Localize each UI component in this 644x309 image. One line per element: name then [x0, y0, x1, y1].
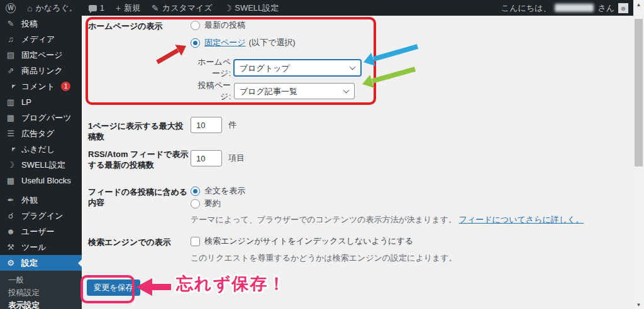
topbar-comments[interactable]: 1 [83, 0, 110, 16]
sidebar-label: ユーザー [21, 226, 55, 237]
rss-items-input[interactable] [191, 150, 222, 166]
sidebar-label: SWELL設定 [21, 160, 65, 171]
sidebar-label: Useful Blocks [21, 176, 71, 185]
sidebar-item-pages[interactable]: ▤ 固定ページ [0, 47, 82, 63]
avatar: ☻ [618, 3, 628, 13]
rss-items-field: 項目 [191, 150, 245, 166]
radio-latest-posts[interactable]: 最新の投稿 [191, 19, 245, 31]
product-link-icon: ⇗ [5, 66, 16, 75]
static-page-link[interactable]: 固定ページ [204, 37, 246, 48]
ad-tag-icon: ☰ [5, 129, 16, 138]
sidebar-label: 設定 [21, 258, 38, 269]
new-content-menu[interactable]: + 新規 [110, 0, 146, 16]
site-name-menu[interactable]: ⌂ かなろぐ。 [21, 0, 83, 16]
radio-full-text-control[interactable] [191, 187, 200, 196]
settings-submenu: 一般 投稿設定 表示設定 [0, 271, 82, 309]
sidebar-label: 固定ページ [21, 50, 63, 61]
radio-full-text-label: 全文を表示 [204, 185, 245, 197]
admin-sidebar: ✎ 投稿 ♫ メディア ▤ 固定ページ ⇗ 商品リンク コメント 1 ▥ LP … [0, 16, 82, 309]
scrollbar-thumb[interactable] [635, 19, 643, 166]
plus-icon: + [116, 4, 121, 13]
sidebar-item-blog-parts[interactable]: ▦ ブログパーツ [0, 110, 82, 126]
posts-per-page-input[interactable] [191, 117, 222, 133]
feed-content-description: テーマによって、ブラウザーでのコンテンツの表示方法が決まります。 フィードについ… [191, 214, 584, 225]
sidebar-item-plugins[interactable]: ☌ プラグイン [0, 208, 82, 224]
submenu-item-writing[interactable]: 投稿設定 [0, 286, 82, 299]
save-changes-button[interactable]: 変更を保存 [87, 279, 140, 296]
admin-topbar: W ⌂ かなろぐ。 1 + 新規 ✎ カスタマイズ ☽ SWELL設定 こんにち… [0, 0, 633, 16]
posts-page-select-label: 投稿ページ: [191, 80, 231, 102]
sidebar-item-tools[interactable]: ⚒ ツール [0, 239, 82, 255]
swell-menu-icon: ☽ [5, 160, 16, 170]
feed-learn-more-link[interactable]: フィードについてさらに詳しく。 [459, 215, 584, 224]
sidebar-item-swell-settings[interactable]: ☽ SWELL設定 [0, 157, 82, 173]
customize-label: カスタマイズ [162, 3, 213, 14]
greeting-suffix: さん [597, 3, 614, 14]
homepage-select-row: ホームページ: ブログトップ [191, 57, 361, 79]
wordpress-menu[interactable]: W [0, 0, 21, 16]
sidebar-label: 外観 [21, 195, 38, 206]
radio-summary[interactable]: 要約 [191, 198, 221, 209]
sidebar-item-comments[interactable]: コメント 1 [0, 79, 82, 94]
sidebar-item-lp[interactable]: ▥ LP [0, 94, 82, 110]
users-icon: ☻ [5, 227, 16, 236]
tools-icon: ⚒ [5, 242, 16, 252]
search-visibility-label: 検索エンジンでの表示 [88, 237, 191, 247]
media-icon: ♫ [5, 35, 16, 44]
comment-count: 1 [100, 3, 104, 13]
site-name: かなろぐ。 [35, 3, 77, 14]
wordpress-admin-page: W ⌂ かなろぐ。 1 + 新規 ✎ カスタマイズ ☽ SWELL設定 こんにち… [0, 0, 644, 309]
posts-page-select-wrap: ブログ記事一覧 [234, 83, 355, 99]
sidebar-item-media[interactable]: ♫ メディア [0, 31, 82, 47]
blog-parts-icon: ▦ [5, 113, 16, 122]
scroll-up-arrow[interactable]: ▲ [633, 0, 644, 9]
search-visibility-description: このリクエストを尊重するかどうかは検索エンジンの設定によります。 [191, 252, 457, 264]
radio-latest-posts-control[interactable] [191, 21, 200, 30]
homepage-select-wrap: ブログトップ [234, 60, 361, 76]
sidebar-label: 投稿 [21, 18, 38, 30]
swell-label: SWELL設定 [235, 3, 279, 14]
sidebar-item-posts[interactable]: ✎ 投稿 [0, 16, 82, 31]
discourage-indexing-checkbox[interactable] [191, 237, 200, 246]
rss-items-unit: 項目 [228, 153, 245, 164]
posts-per-page-label: 1ページに表示する最大投稿数 [88, 121, 191, 142]
appearance-icon: ✒ [5, 195, 16, 205]
pages-icon: ▤ [5, 50, 16, 60]
radio-summary-control[interactable] [191, 199, 200, 209]
comment-icon [89, 5, 97, 11]
sidebar-item-speech-bubble[interactable]: ふきだし [0, 141, 82, 157]
swell-icon: ☽ [224, 4, 232, 13]
homepage-display-label: ホームページの表示 [88, 21, 191, 31]
scroll-down-arrow[interactable]: ▼ [633, 300, 644, 309]
customize-menu[interactable]: ✎ カスタマイズ [146, 0, 218, 16]
posts-page-select-row: 投稿ページ: ブログ記事一覧 [191, 80, 355, 102]
sidebar-item-appearance[interactable]: ✒ 外観 [0, 192, 82, 208]
submenu-item-general[interactable]: 一般 [0, 274, 82, 286]
sidebar-item-users[interactable]: ☻ ユーザー [0, 224, 82, 239]
sidebar-item-useful-blocks[interactable]: ▩ Useful Blocks [0, 173, 82, 188]
sidebar-item-settings[interactable]: ⚙ 設定 [0, 255, 82, 271]
submenu-item-reading[interactable]: 表示設定 [0, 299, 82, 309]
sidebar-label: LP [21, 97, 31, 107]
sidebar-label: ブログパーツ [21, 112, 72, 124]
sidebar-label: 商品リンク [21, 65, 63, 77]
posts-per-page-field: 件 [191, 117, 236, 133]
feed-description-text: テーマによって、ブラウザーでのコンテンツの表示方法が決まります。 [191, 215, 457, 224]
discourage-indexing-label: 検索エンジンがサイトをインデックスしないようにする [204, 236, 413, 247]
radio-static-page[interactable]: 固定ページ (以下で選択) [191, 37, 296, 48]
radio-static-page-control[interactable] [191, 38, 200, 48]
sidebar-item-ad-tags[interactable]: ☰ 広告タグ [0, 126, 82, 141]
radio-latest-posts-label: 最新の投稿 [204, 19, 245, 31]
discourage-indexing-option[interactable]: 検索エンジンがサイトをインデックスしないようにする [191, 236, 413, 247]
lp-icon: ▥ [5, 97, 16, 107]
sidebar-item-product-links[interactable]: ⇗ 商品リンク [0, 63, 82, 79]
topbar-account-area[interactable]: こんにちは、 さん ☻ [501, 3, 633, 14]
swell-settings-menu[interactable]: ☽ SWELL設定 [218, 0, 285, 16]
wordpress-logo-icon: W [6, 3, 16, 13]
homepage-select[interactable]: ブログトップ [234, 60, 361, 76]
greeting-prefix: こんにちは、 [501, 3, 552, 14]
brush-icon: ✎ [152, 4, 159, 13]
sidebar-label: ツール [21, 242, 47, 253]
radio-full-text[interactable]: 全文を表示 [191, 185, 245, 197]
posts-page-select[interactable]: ブログ記事一覧 [234, 83, 355, 99]
